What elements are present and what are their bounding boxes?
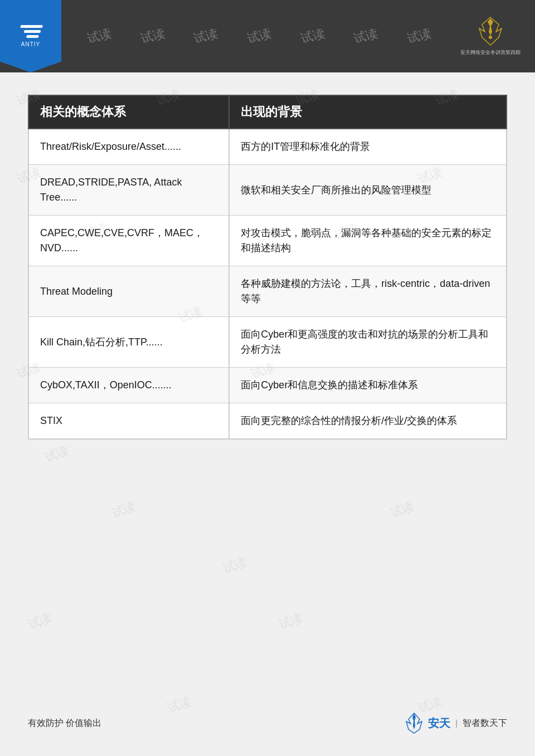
table-row: CAPEC,CWE,CVE,CVRF，MAEC，NVD......对攻击模式，脆…	[28, 216, 507, 266]
main-content: 相关的概念体系 出现的背景 Threat/Risk/Exposure/Asset…	[0, 72, 535, 462]
wm-7: 试读	[405, 25, 433, 47]
table-cell-left: CybOX,TAXII，OpenIOC.......	[28, 368, 229, 403]
table-cell-right: 微软和相关安全厂商所推出的风险管理模型	[229, 165, 507, 216]
table-row: STIX面向更完整的综合性的情报分析/作业/交换的体系	[28, 403, 507, 440]
table-cell-left: Threat Modeling	[28, 266, 229, 317]
header: ANTIY 试读 试读 试读 试读 试读 试读 试读 安天网络安全冬训营第四期	[0, 0, 535, 72]
body-wm-12: 试读	[276, 609, 305, 633]
logo-text: ANTIY	[21, 41, 40, 47]
wm-2: 试读	[138, 25, 166, 47]
footer-logo: 安天 | 智者数天下	[403, 713, 507, 734]
footer-logo-text: 安天	[428, 716, 450, 731]
wm-4: 试读	[245, 25, 273, 47]
col1-header: 相关的概念体系	[28, 95, 229, 129]
table-cell-right: 对攻击模式，脆弱点，漏洞等各种基础的安全元素的标定和描述结构	[229, 216, 507, 266]
table-cell-right: 西方的IT管理和标准化的背景	[229, 129, 507, 165]
table-cell-right: 面向Cyber和信息交换的描述和标准体系	[229, 368, 507, 403]
data-table: 相关的概念体系 出现的背景 Threat/Risk/Exposure/Asset…	[28, 95, 507, 440]
footer: 有效防护 价值输出 安天 | 智者数天下	[0, 713, 535, 734]
body-wm-10: 试读	[388, 498, 417, 521]
header-right-subtitle: 安天网络安全冬训营第四期	[460, 49, 521, 56]
table-row: Kill Chain,钻石分析,TTP......面向Cyber和更高强度的攻击…	[28, 317, 507, 368]
table-cell-left: Kill Chain,钻石分析,TTP......	[28, 317, 229, 368]
col2-header: 出现的背景	[229, 95, 507, 129]
table-cell-right: 面向更完整的综合性的情报分析/作业/交换的体系	[229, 403, 507, 440]
body-wm-9: 试读	[109, 498, 138, 521]
table-cell-right: 各种威胁建模的方法论，工具，risk-centric，data-driven等等	[229, 266, 507, 317]
table-cell-left: Threat/Risk/Exposure/Asset......	[28, 129, 229, 165]
footer-logo-icon	[403, 713, 425, 734]
footer-logo-sub: 智者数天下	[463, 718, 507, 729]
table-row: CybOX,TAXII，OpenIOC.......面向Cyber和信息交换的描…	[28, 368, 507, 403]
wm-5: 试读	[299, 25, 327, 47]
table-header-row: 相关的概念体系 出现的背景	[28, 95, 507, 129]
header-logo-right: 安天网络安全冬训营第四期	[457, 14, 524, 58]
table-cell-left: CAPEC,CWE,CVE,CVRF，MAEC，NVD......	[28, 216, 229, 266]
wm-3: 试读	[192, 25, 220, 47]
header-right-logo-icon	[471, 16, 510, 47]
table-cell-left: STIX	[28, 403, 229, 440]
body-wm-11: 试读	[26, 609, 55, 633]
table-body: Threat/Risk/Exposure/Asset......西方的IT管理和…	[28, 129, 507, 439]
header-watermarks: 试读 试读 试读 试读 试读 试读 试读	[61, 28, 457, 45]
logo-area: ANTIY	[0, 0, 61, 72]
logo-stripes-icon	[18, 25, 43, 38]
svg-point-1	[489, 36, 492, 39]
body-wm-19: 试读	[221, 553, 250, 577]
footer-slogan: 有效防护 价值输出	[28, 718, 101, 729]
table-row: Threat Modeling各种威胁建模的方法论，工具，risk-centri…	[28, 266, 507, 317]
table-cell-right: 面向Cyber和更高强度的攻击和对抗的场景的分析工具和分析方法	[229, 317, 507, 368]
wm-6: 试读	[352, 25, 380, 47]
table-row: DREAD,STRIDE,PASTA, Attack Tree......微软和…	[28, 165, 507, 216]
wm-1: 试读	[85, 25, 113, 47]
table-row: Threat/Risk/Exposure/Asset......西方的IT管理和…	[28, 129, 507, 165]
table-cell-left: DREAD,STRIDE,PASTA, Attack Tree......	[28, 165, 229, 216]
